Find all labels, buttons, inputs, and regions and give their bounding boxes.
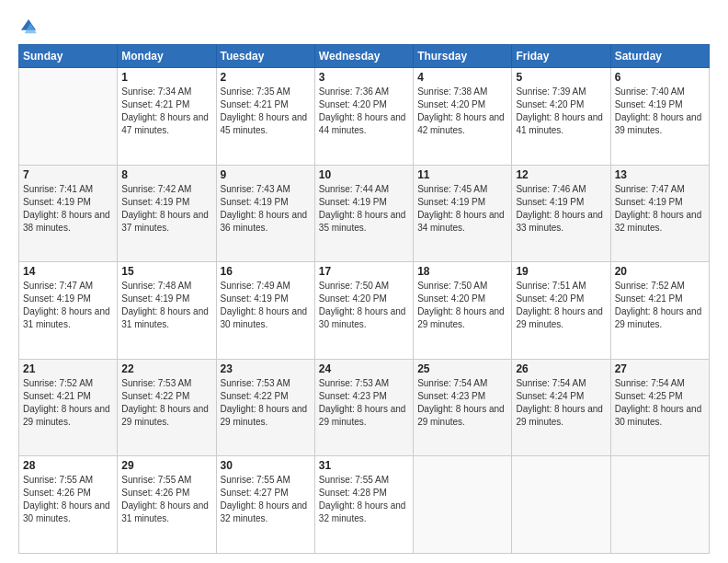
day-cell xyxy=(610,456,709,554)
day-number: 19 xyxy=(516,265,606,278)
day-info: Sunrise: 7:55 AMSunset: 4:26 PMDaylight:… xyxy=(121,474,211,525)
day-number: 10 xyxy=(319,168,409,181)
day-info: Sunrise: 7:43 AMSunset: 4:19 PMDaylight:… xyxy=(221,183,311,235)
day-cell: 3Sunrise: 7:36 AMSunset: 4:20 PMDaylight… xyxy=(314,68,413,166)
week-row-2: 7Sunrise: 7:41 AMSunset: 4:19 PMDaylight… xyxy=(19,165,710,262)
day-number: 7 xyxy=(23,168,113,181)
day-cell: 1Sunrise: 7:34 AMSunset: 4:21 PMDaylight… xyxy=(118,68,216,166)
day-info: Sunrise: 7:55 AMSunset: 4:27 PMDaylight:… xyxy=(221,474,311,525)
day-cell: 2Sunrise: 7:35 AMSunset: 4:21 PMDaylight… xyxy=(216,68,314,166)
day-info: Sunrise: 7:51 AMSunset: 4:20 PMDaylight:… xyxy=(516,280,606,331)
weekday-header-wednesday: Wednesday xyxy=(314,45,413,68)
day-number: 31 xyxy=(319,459,409,472)
day-cell: 19Sunrise: 7:51 AMSunset: 4:20 PMDayligh… xyxy=(512,262,610,360)
day-number: 16 xyxy=(221,265,311,278)
day-cell: 14Sunrise: 7:47 AMSunset: 4:19 PMDayligh… xyxy=(19,262,118,360)
header xyxy=(18,17,710,37)
day-info: Sunrise: 7:49 AMSunset: 4:19 PMDaylight:… xyxy=(221,280,311,331)
day-number: 23 xyxy=(221,362,311,375)
weekday-header-thursday: Thursday xyxy=(414,45,512,68)
weekday-header-monday: Monday xyxy=(118,45,216,68)
day-cell: 21Sunrise: 7:52 AMSunset: 4:21 PMDayligh… xyxy=(19,359,118,456)
day-cell: 12Sunrise: 7:46 AMSunset: 4:19 PMDayligh… xyxy=(512,165,610,262)
day-cell: 6Sunrise: 7:40 AMSunset: 4:19 PMDaylight… xyxy=(610,68,709,166)
day-cell xyxy=(414,456,512,554)
day-cell: 9Sunrise: 7:43 AMSunset: 4:19 PMDaylight… xyxy=(216,165,314,262)
logo-icon xyxy=(18,17,39,37)
day-number: 17 xyxy=(319,265,409,278)
day-info: Sunrise: 7:50 AMSunset: 4:20 PMDaylight:… xyxy=(417,280,507,331)
day-number: 14 xyxy=(23,265,113,278)
day-cell: 25Sunrise: 7:54 AMSunset: 4:23 PMDayligh… xyxy=(414,359,512,456)
day-number: 3 xyxy=(319,71,409,84)
day-number: 21 xyxy=(23,362,113,375)
day-number: 2 xyxy=(221,71,311,84)
week-row-4: 21Sunrise: 7:52 AMSunset: 4:21 PMDayligh… xyxy=(19,359,710,456)
day-info: Sunrise: 7:54 AMSunset: 4:25 PMDaylight:… xyxy=(615,377,705,429)
day-info: Sunrise: 7:52 AMSunset: 4:21 PMDaylight:… xyxy=(23,377,113,429)
day-info: Sunrise: 7:47 AMSunset: 4:19 PMDaylight:… xyxy=(615,183,705,235)
day-number: 29 xyxy=(121,459,211,472)
day-info: Sunrise: 7:54 AMSunset: 4:24 PMDaylight:… xyxy=(516,377,606,429)
day-info: Sunrise: 7:53 AMSunset: 4:22 PMDaylight:… xyxy=(121,377,211,429)
day-cell: 5Sunrise: 7:39 AMSunset: 4:20 PMDaylight… xyxy=(512,68,610,166)
day-cell: 23Sunrise: 7:53 AMSunset: 4:22 PMDayligh… xyxy=(216,359,314,456)
day-info: Sunrise: 7:48 AMSunset: 4:19 PMDaylight:… xyxy=(121,280,211,331)
weekday-header-tuesday: Tuesday xyxy=(216,45,314,68)
day-info: Sunrise: 7:55 AMSunset: 4:26 PMDaylight:… xyxy=(23,474,113,525)
day-cell: 10Sunrise: 7:44 AMSunset: 4:19 PMDayligh… xyxy=(314,165,413,262)
day-cell: 13Sunrise: 7:47 AMSunset: 4:19 PMDayligh… xyxy=(610,165,709,262)
day-cell: 27Sunrise: 7:54 AMSunset: 4:25 PMDayligh… xyxy=(610,359,709,456)
day-info: Sunrise: 7:44 AMSunset: 4:19 PMDaylight:… xyxy=(319,183,409,235)
day-number: 15 xyxy=(121,265,211,278)
weekday-header-row: SundayMondayTuesdayWednesdayThursdayFrid… xyxy=(19,45,710,68)
day-cell: 30Sunrise: 7:55 AMSunset: 4:27 PMDayligh… xyxy=(216,456,314,554)
day-cell xyxy=(19,68,118,166)
weekday-header-saturday: Saturday xyxy=(610,45,709,68)
day-info: Sunrise: 7:53 AMSunset: 4:22 PMDaylight:… xyxy=(221,377,311,429)
day-cell: 8Sunrise: 7:42 AMSunset: 4:19 PMDaylight… xyxy=(118,165,216,262)
day-cell: 17Sunrise: 7:50 AMSunset: 4:20 PMDayligh… xyxy=(314,262,413,360)
day-info: Sunrise: 7:46 AMSunset: 4:19 PMDaylight:… xyxy=(516,183,606,235)
day-info: Sunrise: 7:40 AMSunset: 4:19 PMDaylight:… xyxy=(615,86,705,137)
day-number: 30 xyxy=(221,459,311,472)
day-info: Sunrise: 7:45 AMSunset: 4:19 PMDaylight:… xyxy=(417,183,507,235)
day-cell: 15Sunrise: 7:48 AMSunset: 4:19 PMDayligh… xyxy=(118,262,216,360)
day-number: 24 xyxy=(319,362,409,375)
day-cell xyxy=(512,456,610,554)
day-cell: 24Sunrise: 7:53 AMSunset: 4:23 PMDayligh… xyxy=(314,359,413,456)
day-number: 25 xyxy=(417,362,507,375)
day-cell: 4Sunrise: 7:38 AMSunset: 4:20 PMDaylight… xyxy=(414,68,512,166)
day-info: Sunrise: 7:52 AMSunset: 4:21 PMDaylight:… xyxy=(615,280,705,331)
page: SundayMondayTuesdayWednesdayThursdayFrid… xyxy=(0,0,728,563)
week-row-5: 28Sunrise: 7:55 AMSunset: 4:26 PMDayligh… xyxy=(19,456,710,554)
day-info: Sunrise: 7:34 AMSunset: 4:21 PMDaylight:… xyxy=(121,86,211,137)
day-info: Sunrise: 7:35 AMSunset: 4:21 PMDaylight:… xyxy=(221,86,311,137)
day-number: 28 xyxy=(23,459,113,472)
weekday-header-sunday: Sunday xyxy=(19,45,118,68)
day-number: 12 xyxy=(516,168,606,181)
day-info: Sunrise: 7:53 AMSunset: 4:23 PMDaylight:… xyxy=(319,377,409,429)
day-cell: 11Sunrise: 7:45 AMSunset: 4:19 PMDayligh… xyxy=(414,165,512,262)
day-number: 8 xyxy=(121,168,211,181)
day-cell: 28Sunrise: 7:55 AMSunset: 4:26 PMDayligh… xyxy=(19,456,118,554)
calendar-table: SundayMondayTuesdayWednesdayThursdayFrid… xyxy=(18,44,710,554)
day-number: 11 xyxy=(417,168,507,181)
week-row-1: 1Sunrise: 7:34 AMSunset: 4:21 PMDaylight… xyxy=(19,68,710,166)
day-info: Sunrise: 7:36 AMSunset: 4:20 PMDaylight:… xyxy=(319,86,409,137)
day-info: Sunrise: 7:38 AMSunset: 4:20 PMDaylight:… xyxy=(417,86,507,137)
day-number: 18 xyxy=(417,265,507,278)
logo xyxy=(18,17,42,37)
day-info: Sunrise: 7:41 AMSunset: 4:19 PMDaylight:… xyxy=(23,183,113,235)
day-info: Sunrise: 7:55 AMSunset: 4:28 PMDaylight:… xyxy=(319,474,409,525)
day-number: 9 xyxy=(221,168,311,181)
day-number: 6 xyxy=(615,71,705,84)
day-number: 5 xyxy=(516,71,606,84)
day-number: 20 xyxy=(615,265,705,278)
day-info: Sunrise: 7:39 AMSunset: 4:20 PMDaylight:… xyxy=(516,86,606,137)
day-number: 26 xyxy=(516,362,606,375)
weekday-header-friday: Friday xyxy=(512,45,610,68)
day-cell: 7Sunrise: 7:41 AMSunset: 4:19 PMDaylight… xyxy=(19,165,118,262)
day-cell: 20Sunrise: 7:52 AMSunset: 4:21 PMDayligh… xyxy=(610,262,709,360)
day-cell: 22Sunrise: 7:53 AMSunset: 4:22 PMDayligh… xyxy=(118,359,216,456)
